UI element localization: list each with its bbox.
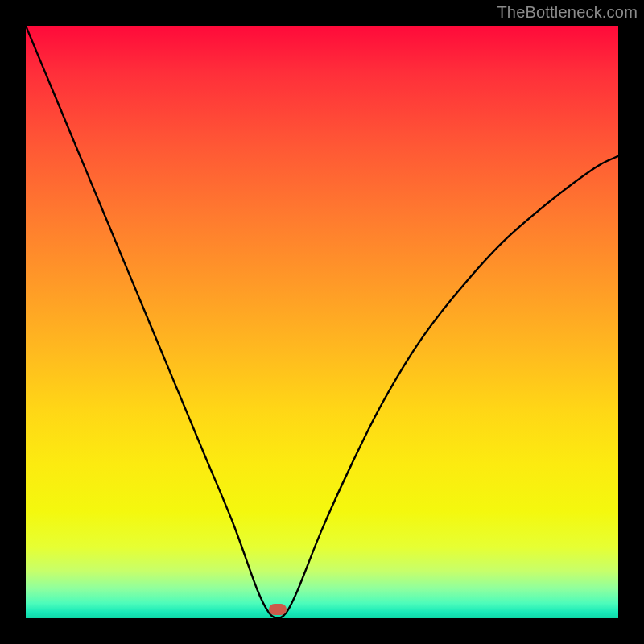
bottleneck-curve [26, 26, 618, 618]
watermark-text: TheBottleneck.com [497, 3, 638, 22]
curve-path [26, 26, 618, 618]
optimal-point-marker [269, 604, 287, 615]
plot-area [26, 26, 618, 618]
chart-frame: TheBottleneck.com [0, 0, 644, 644]
